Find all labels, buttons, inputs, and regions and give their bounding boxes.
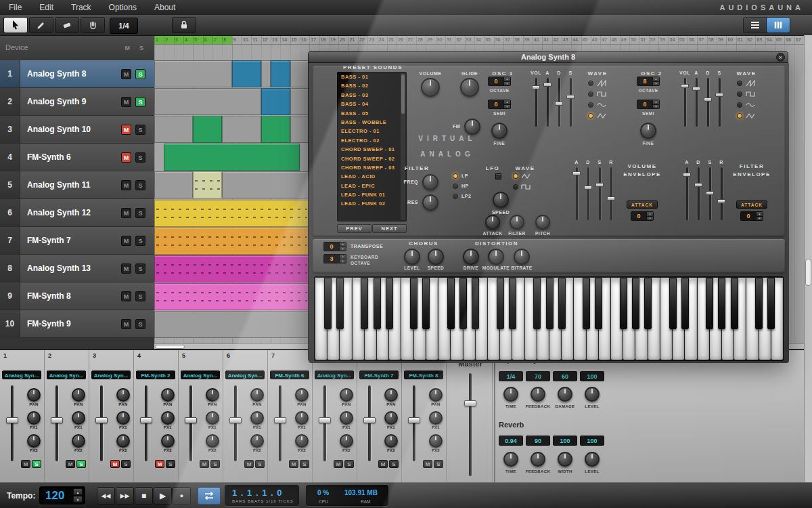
filter-mode-led[interactable]: [453, 194, 458, 199]
track-row[interactable]: 10FM-Synth 9MS: [0, 310, 154, 338]
piano-key-black[interactable]: [718, 278, 725, 329]
osc-slider[interactable]: [692, 78, 700, 127]
channel-solo-button[interactable]: S: [344, 460, 354, 468]
filter-freq-knob[interactable]: [422, 174, 438, 190]
env-slider[interactable]: [607, 167, 615, 220]
channel-mute-button[interactable]: M: [66, 460, 75, 468]
fader-thumb[interactable]: [319, 417, 331, 423]
track-row[interactable]: 2Analog Synth 9MS: [0, 88, 154, 116]
slider-thumb[interactable]: [715, 93, 723, 97]
osc-wave-led[interactable]: [588, 91, 593, 97]
fine-knob[interactable]: [491, 123, 508, 139]
slider-thumb[interactable]: [555, 102, 563, 106]
preset-item[interactable]: BASS - 03: [338, 91, 406, 100]
slider-thumb[interactable]: [532, 85, 540, 89]
chorus-level-knob[interactable]: [404, 249, 420, 265]
mixer-view-button[interactable]: [766, 17, 790, 33]
fader-thumb[interactable]: [185, 417, 197, 423]
track-solo-button[interactable]: S: [135, 208, 145, 218]
piano-key-black[interactable]: [644, 278, 652, 329]
piano-key-black[interactable]: [497, 278, 504, 329]
channel-solo-button[interactable]: S: [434, 460, 443, 468]
track-mute-button[interactable]: M: [121, 69, 131, 79]
track-row[interactable]: 9FM-Synth 8MS: [0, 282, 154, 310]
filter-envelope-amount-stepper[interactable]: 0▲▼: [740, 211, 763, 221]
step-down-button[interactable]: ▼: [653, 82, 659, 86]
osc-wave-led[interactable]: [737, 102, 742, 108]
clip[interactable]: [154, 283, 309, 310]
piano-key-black[interactable]: [533, 278, 541, 329]
fader-thumb[interactable]: [229, 417, 242, 423]
clip[interactable]: [290, 60, 310, 87]
preset-item[interactable]: BASS - WOBBLE: [338, 118, 406, 127]
fx2-knob[interactable]: [161, 434, 175, 448]
clip[interactable]: [261, 60, 271, 87]
transpose-stepper[interactable]: 0▲▼: [323, 242, 346, 251]
env-slider[interactable]: [694, 167, 702, 220]
tape-delay-damage-knob[interactable]: [558, 387, 572, 402]
reverb-level-knob[interactable]: [585, 452, 600, 467]
stop-button[interactable]: ■: [135, 487, 153, 505]
preset-next-button[interactable]: NEXT: [372, 224, 407, 233]
tempo-up-button[interactable]: ▲: [73, 488, 83, 495]
fx1-knob[interactable]: [72, 411, 85, 425]
osc-slider[interactable]: [681, 78, 689, 127]
step-down-button[interactable]: ▼: [340, 247, 346, 251]
arrange-view-button[interactable]: [743, 17, 767, 33]
volume-knob[interactable]: [421, 78, 440, 97]
track-mute-button[interactable]: M: [121, 291, 131, 301]
track-row[interactable]: 5Analog Synth 11MS: [0, 171, 154, 199]
env-slider[interactable]: [584, 167, 592, 220]
tape-delay-feedback-knob[interactable]: [531, 387, 545, 402]
lfo-wave-led[interactable]: [513, 184, 518, 190]
piano-key-black[interactable]: [595, 278, 602, 329]
channel-fader[interactable]: [363, 385, 376, 461]
osc-wave-led[interactable]: [737, 91, 742, 97]
track-mute-button[interactable]: M: [121, 263, 131, 274]
piano-key-black[interactable]: [681, 278, 689, 329]
fx2-knob[interactable]: [340, 434, 353, 448]
step-down-button[interactable]: ▼: [340, 259, 346, 263]
step-down-button[interactable]: ▼: [653, 105, 659, 109]
fx2-knob[interactable]: [72, 434, 85, 448]
pan-knob[interactable]: [429, 388, 443, 402]
fader-thumb[interactable]: [408, 417, 420, 423]
track-mute-button[interactable]: M: [121, 180, 131, 190]
clip[interactable]: [232, 60, 261, 87]
eraser-tool-button[interactable]: [55, 17, 79, 33]
fm-knob[interactable]: [464, 119, 480, 135]
clip[interactable]: [154, 116, 193, 143]
clip[interactable]: [154, 60, 232, 87]
clip[interactable]: [154, 228, 309, 255]
osc-wave-led[interactable]: [737, 81, 742, 86]
preset-scroll-thumb[interactable]: [401, 75, 405, 114]
volume-envelope-amount-stepper[interactable]: 0▲▼: [631, 211, 654, 221]
clip[interactable]: [154, 200, 309, 227]
channel-fader[interactable]: [319, 385, 331, 461]
channel-mute-button[interactable]: M: [155, 460, 164, 468]
channel-mute-button[interactable]: M: [334, 460, 343, 468]
channel-mute-button[interactable]: M: [21, 460, 30, 468]
filter-envelope-attack-button[interactable]: ATTACK: [736, 200, 767, 209]
track-row[interactable]: 3Analog Synth 10MS: [0, 116, 154, 144]
env-slider[interactable]: [706, 167, 714, 220]
fader-thumb[interactable]: [6, 417, 18, 423]
track-mute-button[interactable]: M: [121, 319, 131, 329]
clip[interactable]: [193, 171, 222, 198]
channel-solo-button[interactable]: S: [300, 460, 309, 468]
track-mute-button[interactable]: M: [121, 208, 131, 218]
track-mute-button[interactable]: M: [121, 97, 131, 107]
pan-knob[interactable]: [250, 388, 264, 402]
reverb-feedback-knob[interactable]: [531, 452, 545, 467]
fader-thumb[interactable]: [274, 417, 286, 423]
fx1-knob[interactable]: [340, 411, 353, 425]
piano-key-black[interactable]: [755, 278, 763, 329]
preset-item[interactable]: BASS - 01: [338, 72, 406, 81]
channel-fader[interactable]: [229, 385, 242, 461]
menu-item-file[interactable]: File: [0, 0, 30, 15]
step-down-button[interactable]: ▼: [504, 105, 510, 109]
channel-fader[interactable]: [6, 385, 18, 461]
channel-fader[interactable]: [140, 385, 152, 461]
piano-key-black[interactable]: [374, 278, 381, 329]
preset-item[interactable]: BASS - 04: [338, 100, 406, 108]
